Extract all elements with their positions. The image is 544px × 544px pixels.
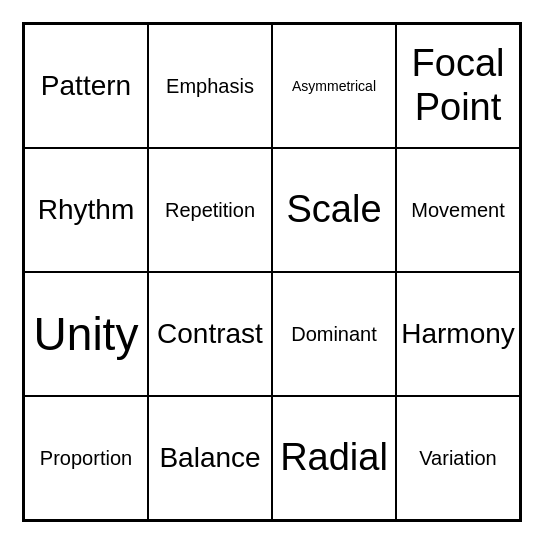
cell-label: Scale [286,188,381,232]
cell-label: Focal Point [403,42,513,129]
bingo-grid: PatternEmphasisAsymmetricalFocal PointRh… [22,22,522,522]
cell-label: Pattern [41,70,131,102]
bingo-cell: Asymmetrical [272,24,396,148]
bingo-cell: Focal Point [396,24,520,148]
cell-label: Balance [159,442,260,474]
cell-label: Emphasis [166,75,254,98]
cell-label: Contrast [157,318,263,350]
cell-label: Asymmetrical [292,78,376,94]
bingo-cell: Emphasis [148,24,272,148]
bingo-cell: Radial [272,396,396,520]
bingo-cell: Pattern [24,24,148,148]
cell-label: Rhythm [38,194,134,226]
bingo-cell: Scale [272,148,396,272]
cell-label: Variation [419,447,496,470]
bingo-cell: Rhythm [24,148,148,272]
cell-label: Radial [280,436,388,480]
bingo-cell: Harmony [396,272,520,396]
cell-label: Unity [34,308,139,361]
bingo-cell: Unity [24,272,148,396]
bingo-cell: Variation [396,396,520,520]
cell-label: Dominant [291,323,377,346]
cell-label: Harmony [401,318,515,350]
bingo-cell: Movement [396,148,520,272]
cell-label: Repetition [165,199,255,222]
bingo-cell: Balance [148,396,272,520]
bingo-cell: Contrast [148,272,272,396]
cell-label: Proportion [40,447,132,470]
cell-label: Movement [411,199,504,222]
bingo-cell: Repetition [148,148,272,272]
bingo-cell: Proportion [24,396,148,520]
bingo-cell: Dominant [272,272,396,396]
